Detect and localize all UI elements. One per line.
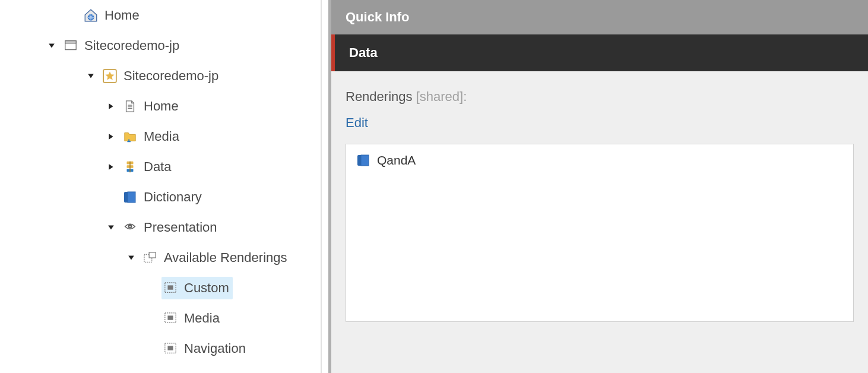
section-title: Data [349, 45, 378, 60]
tree-node-rendering-navigation[interactable]: Navigation [0, 333, 321, 363]
svg-rect-19 [361, 155, 369, 166]
window-icon [63, 38, 78, 53]
tree-node-label: Custom [184, 280, 229, 296]
rendering-item[interactable]: QandA [356, 153, 844, 168]
selection-icon [163, 311, 178, 326]
section-header-data[interactable]: Data [331, 34, 868, 71]
tree-node-label: Media [184, 311, 220, 326]
rendering-item-label: QandA [377, 153, 416, 167]
tree-node-dictionary[interactable]: Dictionary [0, 182, 321, 212]
content-tree-panel: Home Sitecoredemo-jp [0, 0, 321, 373]
content-editor-panel: Quick Info Data Renderings [shared]: Edi… [331, 0, 868, 373]
tree-node-label: Available Renderings [164, 250, 287, 265]
field-label: Renderings [shared]: [346, 89, 854, 105]
field-renderings: Renderings [shared]: Edit [331, 71, 868, 138]
expand-arrow-right-icon[interactable] [106, 131, 116, 142]
selection-icon [163, 341, 178, 356]
tree-node-home[interactable]: Home [0, 91, 321, 121]
renderings-list-box: QandA [346, 144, 854, 322]
field-name: Renderings [346, 89, 413, 104]
tree-node-label: Sitecoredemo-jp [84, 38, 179, 53]
svg-point-10 [129, 226, 131, 227]
section-title: Quick Info [346, 10, 410, 24]
svg-rect-16 [167, 315, 173, 320]
svg-rect-14 [167, 285, 173, 289]
tree-node-label: Dictionary [144, 189, 202, 205]
data-stack-icon [122, 159, 138, 175]
tree-node-label: Sitecoredemo-jp [123, 68, 218, 84]
expand-arrow-down-icon[interactable] [106, 222, 116, 233]
tree-node-data[interactable]: Data [0, 151, 321, 182]
folder-link-icon [122, 129, 138, 144]
book-icon [356, 153, 371, 168]
expand-arrow-down-icon[interactable] [46, 40, 57, 51]
tree-node-label: Data [144, 159, 171, 175]
tree-node-label: Navigation [184, 341, 246, 356]
svg-rect-18 [167, 346, 173, 350]
tree-node-label: Media [144, 129, 179, 144]
book-icon [122, 189, 138, 205]
tree-node-presentation[interactable]: Presentation [0, 212, 321, 242]
panel-splitter[interactable] [321, 0, 331, 373]
tree-node-media[interactable]: Media [0, 121, 321, 151]
expand-arrow-right-icon[interactable] [106, 101, 116, 112]
tree-node-label: Home [144, 99, 179, 114]
expand-arrow-right-icon[interactable] [106, 162, 116, 172]
tree-node-custom[interactable]: Custom [0, 273, 321, 303]
tree-node-label: Home [104, 8, 140, 23]
expand-arrow-down-icon[interactable] [126, 252, 137, 263]
field-shared-indicator: [shared]: [416, 89, 467, 104]
tree-node-home-root[interactable]: Home [0, 0, 321, 30]
tree-node-site-inner[interactable]: Sitecoredemo-jp [0, 61, 321, 91]
section-header-quickinfo[interactable]: Quick Info [331, 0, 868, 34]
edit-link[interactable]: Edit [346, 115, 368, 131]
expand-arrow-down-icon[interactable] [85, 71, 96, 81]
tree-node-available-renderings[interactable]: Available Renderings [0, 242, 321, 273]
svg-rect-2 [65, 40, 76, 43]
tree-node-rendering-media[interactable]: Media [0, 303, 321, 333]
renderings-icon [142, 250, 158, 265]
home-globe-icon [83, 8, 99, 23]
star-box-icon [102, 68, 118, 84]
document-icon [122, 99, 138, 114]
tree-node-site[interactable]: Sitecoredemo-jp [0, 30, 321, 61]
selection-icon [163, 280, 178, 296]
tree-node-label: Presentation [144, 220, 217, 235]
svg-rect-12 [149, 252, 156, 257]
svg-rect-7 [128, 192, 135, 203]
eye-icon [122, 220, 138, 235]
app-root: Home Sitecoredemo-jp [0, 0, 868, 373]
